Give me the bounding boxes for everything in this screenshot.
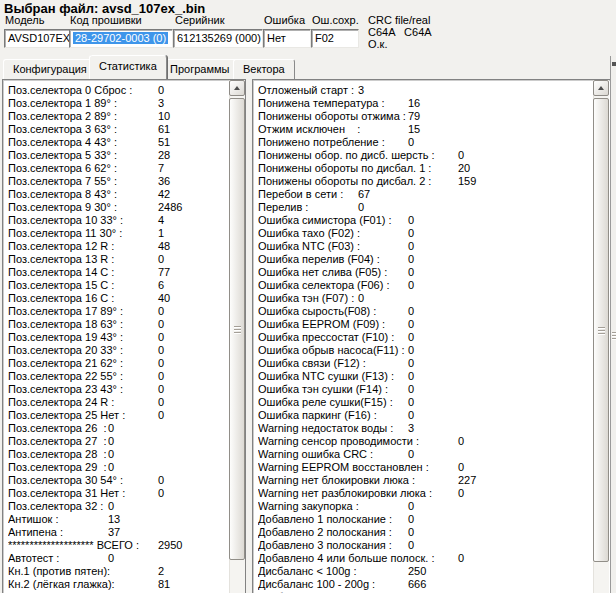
list-item[interactable]: Поз.селектора 24 R : 0 [8, 396, 228, 409]
list-item[interactable]: Поз.селектора 10 33° : 4 [8, 214, 228, 227]
list-item[interactable]: ******************** ВСЕГО : 2950 [8, 539, 228, 552]
list-item[interactable]: Добавлено 2 полоскания : 0 [258, 526, 593, 539]
list-item[interactable]: Поз.селектора 12 R : 48 [8, 240, 228, 253]
list-item[interactable]: Поз.селектора 1 89° : 3 [8, 97, 228, 110]
list-item[interactable]: Отложеный старт : 3 [258, 84, 593, 97]
list-item[interactable]: Добавлено 3 полоскания : 0 [258, 539, 593, 552]
selector-stats-list[interactable]: Поз.селектора 0 Сброс : 0Поз.селектора 1… [2, 79, 246, 593]
left-list-scrollbar[interactable] [229, 80, 245, 593]
list-item[interactable]: Отжим исключен : 15 [258, 123, 593, 136]
list-item[interactable]: Ошибка NTC (F03) : 0 [258, 240, 593, 253]
clipped-grip-icon [611, 332, 616, 339]
list-item[interactable]: Поз.селектора 4 43° : 51 [8, 136, 228, 149]
list-item[interactable]: Поз.селектора 30 54° : 0 [8, 474, 228, 487]
list-item[interactable]: Добавлено 4 или больше полоск. : 0 [258, 552, 593, 565]
list-item[interactable]: Поз.селектора 28 : 0 [8, 448, 228, 461]
event-stats-list[interactable]: Отложеный старт : 3Понижена температура … [252, 79, 611, 593]
list-item[interactable]: Поз.селектора 7 55° : 36 [8, 175, 228, 188]
list-item[interactable]: Поз.селектора 26 : 0 [8, 422, 228, 435]
list-item[interactable]: Кн.1 (против пятен): 2 [8, 565, 228, 578]
list-item[interactable]: Поз.селектора 8 43° : 42 [8, 188, 228, 201]
list-item[interactable]: Перелив : 0 [258, 201, 593, 214]
list-item[interactable]: Поз.селектора 15 C : 6 [8, 279, 228, 292]
model-field[interactable]: AVSD107EX [4, 29, 70, 48]
list-item[interactable]: Warning сенсор проводимости : 0 [258, 435, 593, 448]
list-item[interactable]: Поз.селектора 21 62° : 0 [8, 357, 228, 370]
list-item[interactable]: Антипена : 37 [8, 526, 228, 539]
list-item[interactable]: Поз.селектора 14 C : 77 [8, 266, 228, 279]
error-field[interactable]: Нет [263, 29, 311, 48]
list-item[interactable]: Кн.2 (лёгкая глажка): 81 [8, 578, 228, 591]
list-item[interactable]: Ошибка прессостат (F10) : 0 [258, 331, 593, 344]
list-item[interactable]: Ошибка NTC сушки (F13) : 0 [258, 370, 593, 383]
list-item[interactable]: Warning нет разблокировки люка : 0 [258, 487, 593, 500]
tab-vectors[interactable]: Вектора [233, 59, 295, 79]
list-item[interactable]: Ошибка нет слива (F05) : 0 [258, 266, 593, 279]
serial-value: 612135269 (000) [177, 32, 261, 44]
list-item[interactable]: Дисбаланс 100 - 200g : 666 [258, 578, 593, 591]
list-item[interactable]: Warning закупорка : 0 [258, 500, 593, 513]
list-item[interactable]: Антишок : 13 [8, 513, 228, 526]
serial-field[interactable]: 612135269 (000) [173, 29, 263, 48]
list-item[interactable]: Поз.селектора 17 89° : 0 [8, 305, 228, 318]
list-item[interactable]: Поз.селектора 13 R : 0 [8, 253, 228, 266]
list-item[interactable]: Автотест : 0 [8, 552, 228, 565]
tab-configuration[interactable]: Конфигурация [3, 59, 97, 79]
list-item[interactable]: Поз.селектора 20 33° : 0 [8, 344, 228, 357]
list-item[interactable]: Поз.селектора 9 30° : 2486 [8, 201, 228, 214]
list-item[interactable]: Поз.селектора 5 33° : 28 [8, 149, 228, 162]
list-item[interactable]: Поз.селектора 18 63° : 0 [8, 318, 228, 331]
list-item[interactable]: Дисбаланс < 100g : 250 [258, 565, 593, 578]
list-item[interactable]: Ошибка тахо (F02) : 0 [258, 227, 593, 240]
list-item[interactable]: Поз.селектора 0 Сброс : 0 [8, 84, 228, 97]
list-item[interactable]: Ошибка обрыв насоса(F11) : 0 [258, 344, 593, 357]
list-item[interactable]: Понижены обороты отжима : 79 [258, 110, 593, 123]
list-item[interactable]: Ошибка тэн сушки (F14) : 0 [258, 383, 593, 396]
list-item[interactable]: Ошибка паркинг (F16) : 0 [258, 409, 593, 422]
list-item[interactable]: Поз.селектора 31 Нет : 0 [8, 487, 228, 500]
list-item[interactable]: Ошибка селектора (F06) : 0 [258, 279, 593, 292]
tab-programs[interactable]: Программы [160, 59, 239, 79]
list-item[interactable]: Ошибка тэн (F07) : 0 [258, 292, 593, 305]
list-item[interactable]: Понижены обороты по дисбал. 1 : 20 [258, 162, 593, 175]
list-item[interactable]: Понижены обороты по дисбал. 2 : 159 [258, 175, 593, 188]
tab-statistics[interactable]: Статистика [89, 55, 167, 79]
list-item[interactable]: Поз.селектора 2 89° : 10 [8, 110, 228, 123]
list-item[interactable]: Поз.селектора 29 : 0 [8, 461, 228, 474]
list-item[interactable]: Поз.селектора 16 C : 40 [8, 292, 228, 305]
list-item[interactable]: Поз.селектора 25 Нет : 0 [8, 409, 228, 422]
right-list-scrollbar[interactable] [593, 80, 609, 593]
list-item[interactable]: Понижены обор. по дисб. шерсть : 0 [258, 149, 593, 162]
list-item[interactable]: Поз.селектора 23 43° : 0 [8, 383, 228, 396]
list-item[interactable]: Ошибка реле сушки(F15) : 0 [258, 396, 593, 409]
list-item[interactable]: Warning нет блокировки люка : 227 [258, 474, 593, 487]
list-item[interactable]: Поз.селектора 3 63° : 61 [8, 123, 228, 136]
list-item[interactable]: Ошибка сырость(F08) : 0 [258, 305, 593, 318]
firmware-code-field[interactable]: 28-29702-0003 (0) [69, 29, 173, 48]
list-item[interactable]: Понижена температура : 16 [258, 97, 593, 110]
list-item[interactable]: Ошибка перелив (F04) : 0 [258, 253, 593, 266]
list-item[interactable]: Warning ошибка CRC : 0 [258, 448, 593, 461]
selector-stats-rows: Поз.селектора 0 Сброс : 0Поз.селектора 1… [5, 81, 228, 593]
scroll-up-button[interactable] [593, 80, 609, 96]
list-item[interactable]: Warning недостаток воды : 3 [258, 422, 593, 435]
list-item[interactable]: Ошибка связи (F12) : 0 [258, 357, 593, 370]
grip-icon [598, 330, 605, 331]
list-item[interactable]: Ошибка EEPROM (F09) : 0 [258, 318, 593, 331]
list-item[interactable]: Поз.селектора 19 43° : 0 [8, 331, 228, 344]
list-item[interactable]: Поз.селектора 27 : 0 [8, 435, 228, 448]
list-item[interactable]: Добавлено 1 полоскание : 0 [258, 513, 593, 526]
list-item[interactable]: Поз.селектора 32 : 0 [8, 500, 228, 513]
scrollbar-thumb[interactable] [593, 98, 609, 562]
grip-icon [234, 329, 241, 330]
scrollbar-thumb[interactable] [229, 98, 245, 560]
error-saved-field[interactable]: F02 [311, 29, 359, 48]
list-item[interactable]: Warning EEPROM восстановлен : 0 [258, 461, 593, 474]
list-item[interactable]: Поз.селектора 6 62° : 7 [8, 162, 228, 175]
list-item[interactable]: Перебои в сети : 67 [258, 188, 593, 201]
list-item[interactable]: Понижено потребление : 0 [258, 136, 593, 149]
list-item[interactable]: Поз.селектора 11 30° : 1 [8, 227, 228, 240]
scroll-up-button[interactable] [229, 80, 245, 96]
list-item[interactable]: Поз.селектора 22 55° : 0 [8, 370, 228, 383]
list-item[interactable]: Ошибка симистора (F01) : 0 [258, 214, 593, 227]
